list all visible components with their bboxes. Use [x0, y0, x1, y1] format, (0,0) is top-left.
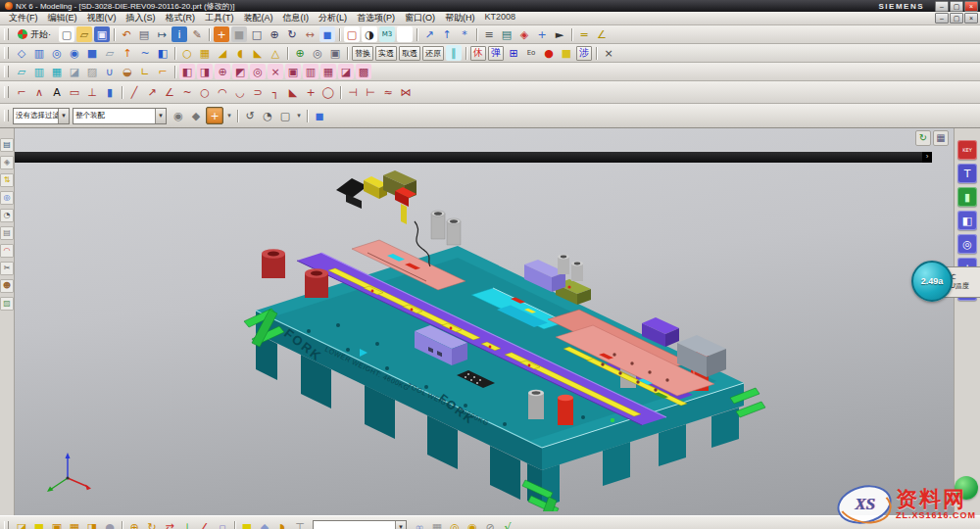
start-button[interactable]: 开始·	[13, 26, 56, 43]
offset-region-icon[interactable]: ⊕	[215, 64, 230, 79]
window-close-icon[interactable]: ×	[964, 1, 978, 12]
move-component-tool-icon[interactable]: +	[534, 26, 550, 42]
history-icon[interactable]: ◔	[0, 209, 14, 222]
striped-display-icon[interactable]: ∥	[446, 45, 462, 61]
chevron-down-icon[interactable]: ▼	[58, 109, 69, 123]
select-menu-icon[interactable]: ▾	[295, 108, 303, 123]
window-minimize-icon[interactable]: –	[935, 1, 949, 12]
undo-icon[interactable]: ↶	[119, 26, 134, 42]
snap-menu-icon[interactable]: ▾	[225, 108, 233, 123]
resize-blend-icon[interactable]: ◎	[250, 64, 266, 79]
arrangements-icon[interactable]: ■	[239, 519, 255, 529]
fill-view-icon[interactable]: ■	[231, 26, 247, 42]
close-x-icon[interactable]: ×	[601, 45, 616, 61]
find-in-window-icon[interactable]: ▣	[49, 519, 65, 529]
swept-sheet-icon[interactable]: ◪	[67, 64, 82, 79]
sheet-body-icon[interactable]: ▱	[102, 45, 118, 61]
chevron-down-icon[interactable]: ▼	[155, 109, 166, 123]
assembly-navigator-icon[interactable]: ▤	[0, 138, 14, 152]
menu-help[interactable]: 帮助(H)	[440, 12, 480, 24]
assembly-constraints-icon[interactable]: ◈	[516, 26, 532, 42]
delete-face-icon[interactable]: ×	[268, 64, 283, 79]
grid-part-icon[interactable]: ▦	[429, 519, 445, 529]
explode-assembly-icon[interactable]: ◪	[14, 519, 29, 529]
menu-view[interactable]: 视图(V)	[82, 12, 122, 24]
details-panel-icon[interactable]: ▤	[0, 226, 14, 240]
new-file-icon[interactable]: ▢	[59, 26, 74, 42]
toolbar-grip[interactable]	[4, 66, 9, 77]
open-component-icon[interactable]: ▣	[327, 45, 343, 61]
through-curve-mesh-icon[interactable]: ▦	[49, 64, 65, 79]
mirror-curve-icon[interactable]: ⋈	[398, 84, 414, 100]
link-parts-icon[interactable]: ∞	[412, 519, 427, 529]
check-part-icon[interactable]: √	[500, 519, 515, 529]
render-style-icon[interactable]: ◑	[362, 26, 377, 42]
materials-palette-icon[interactable]: ◠	[0, 244, 14, 258]
offset-curve-icon[interactable]: ≈	[380, 84, 396, 100]
visible-layers-icon[interactable]: ▤	[499, 26, 514, 42]
draft-icon[interactable]: ◢	[215, 45, 230, 61]
ruled-sheet-icon[interactable]: ▱	[14, 64, 29, 79]
arrangement-dropdown[interactable]: ▼	[313, 520, 407, 529]
circle-icon[interactable]: ○	[197, 84, 213, 100]
paste-face-icon[interactable]: ▦	[320, 64, 336, 79]
profile-icon[interactable]: ⌐	[14, 84, 29, 100]
ellipse-icon[interactable]: ◯	[320, 84, 336, 100]
component-group-icon[interactable]: ●	[102, 519, 118, 529]
key-part-icon[interactable]: KEY	[957, 140, 977, 160]
center-target-icon[interactable]: ⊞	[506, 45, 521, 61]
solid-transparent-button[interactable]: 实透	[375, 46, 397, 61]
layer-wizard-icon[interactable]: *	[457, 26, 472, 42]
sketch-curve-icon[interactable]: ∧	[31, 84, 47, 100]
move-face-icon[interactable]: ◧	[179, 64, 195, 79]
pattern-component-icon[interactable]: ▦	[67, 519, 82, 529]
rotate-view-icon[interactable]: ↻	[284, 26, 300, 42]
wireframe-view-icon[interactable]: ▢	[344, 26, 360, 42]
fix-constraint-icon[interactable]: ▫	[215, 519, 230, 529]
shaded-box-icon[interactable]: ◼	[312, 108, 327, 123]
zoom-window-icon[interactable]: □	[249, 26, 265, 42]
part-info-icon[interactable]: i	[172, 26, 187, 42]
layer-settings-icon[interactable]: ≡	[481, 26, 497, 42]
signature-icon[interactable]: ✎	[189, 26, 205, 42]
graphics-viewport[interactable]: ↻▦ ›	[15, 128, 954, 515]
yellow-block-icon[interactable]: ■	[559, 45, 574, 61]
expand-arrow-button[interactable]: ›	[922, 152, 932, 163]
scissors-tool-icon[interactable]: ✂	[0, 262, 14, 275]
edge-blend-icon[interactable]: ◖	[232, 45, 248, 61]
conic-icon[interactable]: ⊃	[250, 84, 266, 100]
extrude-icon[interactable]: ▥	[31, 45, 47, 61]
menu-insert[interactable]: 插入(S)	[122, 12, 161, 24]
fit-view-icon[interactable]: +	[214, 26, 229, 42]
offset-surface-icon[interactable]: ◒	[120, 64, 135, 79]
lock-info-icon[interactable]: ⊘	[482, 519, 498, 529]
point-icon[interactable]: +	[303, 84, 318, 100]
arrow-line-icon[interactable]: ↗	[144, 84, 160, 100]
snap-enable-icon[interactable]: +	[206, 107, 223, 124]
sequence-icon[interactable]: ◆	[257, 519, 272, 529]
selection-filter-dropdown[interactable]: 没有选择过滤器 ▼	[13, 108, 70, 124]
angle-constraint-icon[interactable]: ∠	[197, 519, 213, 529]
datum-plane-icon[interactable]: ◇	[14, 45, 29, 61]
unite-icon[interactable]: ◧	[155, 45, 171, 61]
bounded-plane-icon[interactable]: ∪	[102, 64, 118, 79]
doc-minimize-icon[interactable]: –	[935, 13, 949, 24]
assembly-cube-icon[interactable]: ■	[31, 519, 47, 529]
green-battery-part-icon[interactable]: ▮	[957, 187, 977, 207]
move-to-layer-icon[interactable]: ↗	[421, 26, 437, 42]
die-assembly-model[interactable]: FORK LOWER WEIGHT: 4600KG TOOL WEIGHT: 1…	[15, 163, 954, 511]
roles-icon[interactable]: ☻	[0, 279, 14, 293]
pan-view-icon[interactable]: ↔	[302, 26, 318, 42]
t-part-icon[interactable]: T	[957, 164, 977, 183]
copy-eo-icon[interactable]: Eo	[523, 45, 539, 61]
selection-scope-dropdown[interactable]: 整个装配 ▼	[73, 108, 167, 124]
constraint-navigator-icon[interactable]: ◈	[0, 156, 14, 169]
part-navigator-icon[interactable]: ⇅	[0, 173, 14, 187]
menu-analysis[interactable]: 分析(L)	[314, 12, 352, 24]
sweep-icon[interactable]: ~	[137, 45, 153, 61]
copy-to-layer-icon[interactable]: ↑	[439, 26, 455, 42]
menu-preferences[interactable]: 首选项(P)	[352, 12, 400, 24]
marquee-select-icon[interactable]: ▢	[277, 108, 293, 123]
restore-button[interactable]: 还原	[422, 46, 444, 61]
zoom-in-icon[interactable]: ⊕	[267, 26, 282, 42]
